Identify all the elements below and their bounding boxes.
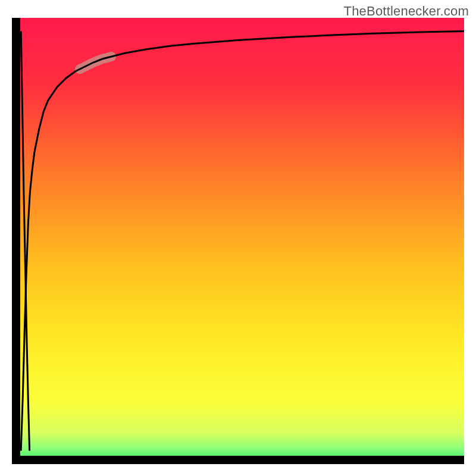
x-axis <box>12 456 464 464</box>
watermark-text: TheBottlenecker.com <box>344 4 469 19</box>
bottleneck-curve <box>21 32 464 451</box>
plot-frame <box>12 18 464 464</box>
chart-stage: TheBottlenecker.com <box>0 0 476 476</box>
curve-layer <box>12 18 464 464</box>
y-axis <box>12 18 20 464</box>
